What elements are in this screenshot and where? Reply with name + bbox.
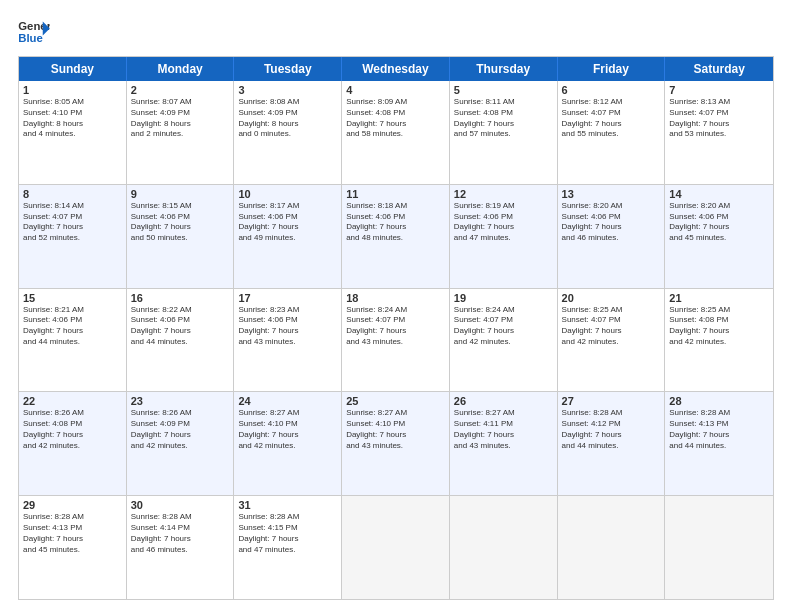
cell-line: Sunset: 4:08 PM bbox=[454, 108, 553, 119]
cell-line: and 44 minutes. bbox=[562, 441, 661, 452]
cell-line: Sunset: 4:06 PM bbox=[131, 315, 230, 326]
cell-line: and 45 minutes. bbox=[669, 233, 769, 244]
cell-line: Sunset: 4:06 PM bbox=[669, 212, 769, 223]
cell-line: Sunset: 4:06 PM bbox=[562, 212, 661, 223]
day-number: 12 bbox=[454, 188, 553, 200]
cell-line: Sunrise: 8:05 AM bbox=[23, 97, 122, 108]
cell-line: Sunset: 4:07 PM bbox=[669, 108, 769, 119]
cell-line: and 42 minutes. bbox=[23, 441, 122, 452]
cell-line: Sunset: 4:15 PM bbox=[238, 523, 337, 534]
cell-line: Sunrise: 8:09 AM bbox=[346, 97, 445, 108]
cell-line: Sunrise: 8:07 AM bbox=[131, 97, 230, 108]
cell-line: Sunrise: 8:28 AM bbox=[562, 408, 661, 419]
logo-icon: General Blue bbox=[18, 18, 50, 46]
cell-line: and 42 minutes. bbox=[131, 441, 230, 452]
day-cell-27: 27Sunrise: 8:28 AMSunset: 4:12 PMDayligh… bbox=[558, 392, 666, 495]
cell-line: Daylight: 7 hours bbox=[562, 326, 661, 337]
cell-line: Sunset: 4:07 PM bbox=[562, 315, 661, 326]
cell-line: Sunset: 4:10 PM bbox=[23, 108, 122, 119]
empty-cell bbox=[342, 496, 450, 599]
day-number: 9 bbox=[131, 188, 230, 200]
cell-line: Daylight: 7 hours bbox=[131, 534, 230, 545]
header-day-tuesday: Tuesday bbox=[234, 57, 342, 81]
cell-line: Daylight: 7 hours bbox=[669, 430, 769, 441]
day-cell-6: 6Sunrise: 8:12 AMSunset: 4:07 PMDaylight… bbox=[558, 81, 666, 184]
cell-line: Sunrise: 8:13 AM bbox=[669, 97, 769, 108]
cell-line: Sunrise: 8:21 AM bbox=[23, 305, 122, 316]
empty-cell bbox=[558, 496, 666, 599]
cell-line: Sunrise: 8:17 AM bbox=[238, 201, 337, 212]
day-number: 21 bbox=[669, 292, 769, 304]
header-day-wednesday: Wednesday bbox=[342, 57, 450, 81]
cell-line: and 47 minutes. bbox=[454, 233, 553, 244]
cell-line: Daylight: 7 hours bbox=[454, 119, 553, 130]
cell-line: Sunrise: 8:14 AM bbox=[23, 201, 122, 212]
calendar-week-2: 8Sunrise: 8:14 AMSunset: 4:07 PMDaylight… bbox=[19, 185, 773, 289]
day-cell-19: 19Sunrise: 8:24 AMSunset: 4:07 PMDayligh… bbox=[450, 289, 558, 392]
cell-line: and 2 minutes. bbox=[131, 129, 230, 140]
cell-line: and 44 minutes. bbox=[669, 441, 769, 452]
cell-line: Sunrise: 8:28 AM bbox=[238, 512, 337, 523]
cell-line: Sunrise: 8:23 AM bbox=[238, 305, 337, 316]
day-number: 1 bbox=[23, 84, 122, 96]
cell-line: Sunrise: 8:08 AM bbox=[238, 97, 337, 108]
day-number: 25 bbox=[346, 395, 445, 407]
calendar-week-4: 22Sunrise: 8:26 AMSunset: 4:08 PMDayligh… bbox=[19, 392, 773, 496]
cell-line: Sunset: 4:06 PM bbox=[23, 315, 122, 326]
day-cell-10: 10Sunrise: 8:17 AMSunset: 4:06 PMDayligh… bbox=[234, 185, 342, 288]
calendar-week-1: 1Sunrise: 8:05 AMSunset: 4:10 PMDaylight… bbox=[19, 81, 773, 185]
cell-line: Sunrise: 8:15 AM bbox=[131, 201, 230, 212]
cell-line: Sunrise: 8:25 AM bbox=[562, 305, 661, 316]
empty-cell bbox=[665, 496, 773, 599]
cell-line: and 46 minutes. bbox=[562, 233, 661, 244]
day-cell-31: 31Sunrise: 8:28 AMSunset: 4:15 PMDayligh… bbox=[234, 496, 342, 599]
cell-line: Sunrise: 8:24 AM bbox=[454, 305, 553, 316]
cell-line: and 42 minutes. bbox=[238, 441, 337, 452]
cell-line: and 53 minutes. bbox=[669, 129, 769, 140]
day-number: 19 bbox=[454, 292, 553, 304]
cell-line: Daylight: 7 hours bbox=[238, 430, 337, 441]
day-number: 2 bbox=[131, 84, 230, 96]
day-cell-30: 30Sunrise: 8:28 AMSunset: 4:14 PMDayligh… bbox=[127, 496, 235, 599]
header-day-friday: Friday bbox=[558, 57, 666, 81]
day-cell-26: 26Sunrise: 8:27 AMSunset: 4:11 PMDayligh… bbox=[450, 392, 558, 495]
day-number: 4 bbox=[346, 84, 445, 96]
cell-line: Daylight: 7 hours bbox=[346, 222, 445, 233]
cell-line: Sunset: 4:10 PM bbox=[238, 419, 337, 430]
cell-line: Sunset: 4:11 PM bbox=[454, 419, 553, 430]
day-number: 24 bbox=[238, 395, 337, 407]
cell-line: and 52 minutes. bbox=[23, 233, 122, 244]
day-cell-20: 20Sunrise: 8:25 AMSunset: 4:07 PMDayligh… bbox=[558, 289, 666, 392]
cell-line: Daylight: 7 hours bbox=[454, 326, 553, 337]
calendar-header: SundayMondayTuesdayWednesdayThursdayFrid… bbox=[19, 57, 773, 81]
cell-line: and 42 minutes. bbox=[562, 337, 661, 348]
cell-line: Sunrise: 8:26 AM bbox=[131, 408, 230, 419]
cell-line: and 50 minutes. bbox=[131, 233, 230, 244]
cell-line: Daylight: 7 hours bbox=[346, 326, 445, 337]
cell-line: Sunset: 4:07 PM bbox=[23, 212, 122, 223]
page-header: General Blue bbox=[18, 18, 774, 46]
cell-line: Daylight: 7 hours bbox=[238, 222, 337, 233]
cell-line: and 44 minutes. bbox=[23, 337, 122, 348]
day-number: 5 bbox=[454, 84, 553, 96]
day-cell-16: 16Sunrise: 8:22 AMSunset: 4:06 PMDayligh… bbox=[127, 289, 235, 392]
cell-line: and 0 minutes. bbox=[238, 129, 337, 140]
cell-line: Sunset: 4:07 PM bbox=[454, 315, 553, 326]
cell-line: Sunrise: 8:28 AM bbox=[131, 512, 230, 523]
day-cell-2: 2Sunrise: 8:07 AMSunset: 4:09 PMDaylight… bbox=[127, 81, 235, 184]
cell-line: and 46 minutes. bbox=[131, 545, 230, 556]
cell-line: Sunset: 4:14 PM bbox=[131, 523, 230, 534]
day-cell-1: 1Sunrise: 8:05 AMSunset: 4:10 PMDaylight… bbox=[19, 81, 127, 184]
cell-line: Daylight: 7 hours bbox=[669, 222, 769, 233]
cell-line: Daylight: 7 hours bbox=[346, 430, 445, 441]
day-number: 20 bbox=[562, 292, 661, 304]
cell-line: Sunset: 4:06 PM bbox=[346, 212, 445, 223]
cell-line: Daylight: 7 hours bbox=[131, 222, 230, 233]
cell-line: and 58 minutes. bbox=[346, 129, 445, 140]
cell-line: Daylight: 7 hours bbox=[562, 430, 661, 441]
cell-line: Sunset: 4:06 PM bbox=[454, 212, 553, 223]
cell-line: Sunrise: 8:20 AM bbox=[562, 201, 661, 212]
cell-line: Sunset: 4:13 PM bbox=[23, 523, 122, 534]
day-cell-3: 3Sunrise: 8:08 AMSunset: 4:09 PMDaylight… bbox=[234, 81, 342, 184]
day-number: 22 bbox=[23, 395, 122, 407]
